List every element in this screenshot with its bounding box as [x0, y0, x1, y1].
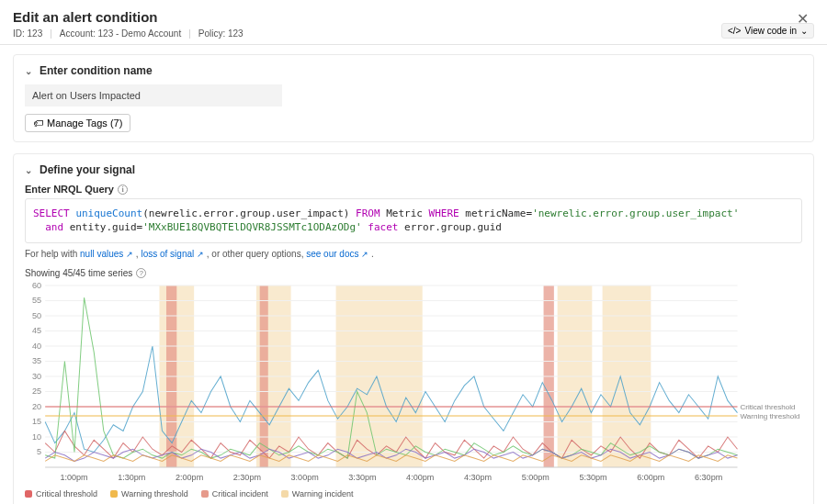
svg-text:6:00pm: 6:00pm — [637, 473, 664, 482]
section-title: Enter condition name — [40, 64, 153, 77]
svg-text:50: 50 — [32, 311, 41, 320]
see-docs-link[interactable]: see our docs ↗ — [306, 249, 368, 259]
help-icon[interactable]: ? — [136, 268, 146, 278]
chevron-down-icon: ⌄ — [800, 26, 808, 36]
external-link-icon: ↗ — [197, 250, 204, 259]
section-enter-name: ⌄ Enter condition name 🏷 Manage Tags (7) — [13, 54, 814, 142]
svg-text:6:30pm: 6:30pm — [695, 473, 722, 482]
code-icon: </> — [728, 26, 741, 36]
tag-icon: 🏷 — [33, 118, 43, 129]
manage-tags-button[interactable]: 🏷 Manage Tags (7) — [25, 114, 130, 132]
svg-text:2:00pm: 2:00pm — [176, 473, 203, 482]
svg-text:20: 20 — [32, 402, 41, 411]
svg-text:3:00pm: 3:00pm — [291, 473, 319, 482]
svg-text:40: 40 — [32, 342, 41, 351]
meta-policy: Policy: 123 — [198, 28, 244, 39]
section-title: Define your signal — [40, 163, 135, 176]
svg-text:5: 5 — [37, 447, 41, 456]
page-title: Edit an alert condition — [13, 9, 814, 25]
page-header: Edit an alert condition ID: 123 Account:… — [0, 0, 827, 45]
svg-text:60: 60 — [32, 282, 41, 290]
meta-id: ID: 123 — [13, 28, 52, 39]
collapse-icon[interactable]: ⌄ — [25, 165, 32, 175]
legend-warning-incident: Warning incident — [281, 489, 354, 498]
meta-account: Account: 123 - Demo Account — [60, 28, 191, 39]
svg-text:4:00pm: 4:00pm — [406, 473, 434, 482]
loss-of-signal-link[interactable]: loss of signal ↗ — [141, 249, 204, 259]
meta-row: ID: 123 Account: 123 - Demo Account Poli… — [13, 28, 814, 39]
view-code-dropdown[interactable]: </> View code in ⌄ — [721, 23, 814, 39]
section-define-signal: ⌄ Define your signal Enter NRQL Query i … — [13, 153, 814, 504]
query-label-row: Enter NRQL Query i — [25, 184, 802, 195]
svg-text:1:30pm: 1:30pm — [118, 473, 145, 482]
svg-text:45: 45 — [32, 326, 41, 335]
svg-text:15: 15 — [32, 417, 41, 426]
manage-tags-label: Manage Tags (7) — [47, 118, 122, 129]
signal-chart: 510152025303540455055601:00pm1:30pm2:00p… — [25, 282, 802, 484]
svg-text:2:30pm: 2:30pm — [233, 473, 261, 482]
collapse-icon[interactable]: ⌄ — [25, 66, 32, 76]
query-help-line: For help with null values ↗ , loss of si… — [25, 249, 802, 259]
svg-text:3:30pm: 3:30pm — [348, 473, 376, 482]
svg-text:5:00pm: 5:00pm — [522, 473, 549, 482]
svg-text:Critical threshold: Critical threshold — [741, 403, 796, 411]
svg-text:10: 10 — [32, 432, 41, 442]
svg-text:4:30pm: 4:30pm — [464, 473, 492, 482]
svg-text:30: 30 — [32, 372, 41, 381]
external-link-icon: ↗ — [126, 250, 133, 259]
svg-text:35: 35 — [32, 356, 41, 365]
time-series-info: Showing 45/45 time series ? — [25, 268, 802, 278]
external-link-icon: ↗ — [361, 250, 368, 259]
svg-text:Warning threshold: Warning threshold — [741, 412, 800, 420]
query-label: Enter NRQL Query — [25, 184, 114, 195]
svg-text:25: 25 — [32, 386, 41, 396]
svg-text:5:30pm: 5:30pm — [579, 473, 606, 482]
legend-critical-threshold: Critical threshold — [25, 489, 97, 498]
svg-text:55: 55 — [32, 296, 41, 305]
nrql-query-input[interactable]: SELECT uniqueCount(newrelic.error.group.… — [25, 198, 802, 243]
null-values-link[interactable]: null values ↗ — [80, 249, 133, 259]
condition-name-input[interactable] — [25, 84, 282, 106]
chart-legend: Critical threshold Warning threshold Cri… — [25, 489, 802, 498]
svg-text:1:00pm: 1:00pm — [60, 473, 87, 482]
view-code-label: View code in — [744, 26, 797, 36]
legend-warning-threshold: Warning threshold — [110, 489, 188, 498]
series-count-label: Showing 45/45 time series — [25, 268, 132, 278]
legend-critical-incident: Critical incident — [201, 489, 268, 498]
info-icon[interactable]: i — [118, 185, 128, 195]
